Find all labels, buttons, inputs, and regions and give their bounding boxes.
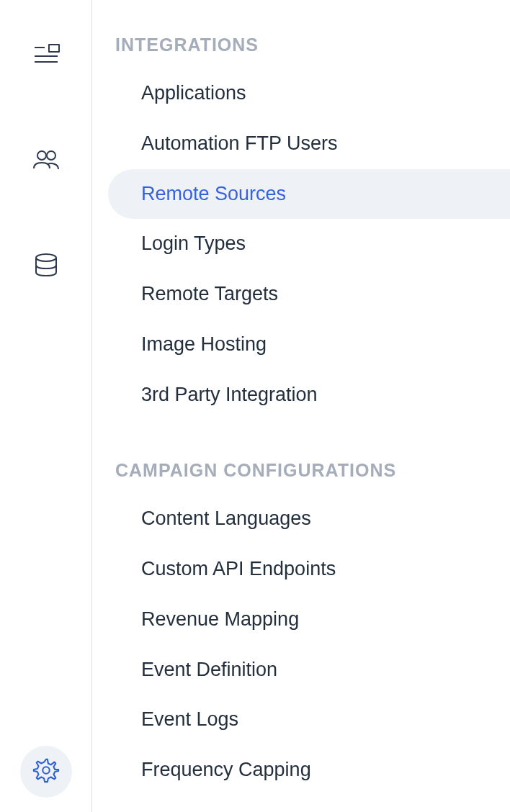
nav-item-image-hosting[interactable]: Image Hosting [108, 320, 510, 370]
nav-item-applications[interactable]: Applications [108, 68, 510, 119]
people-icon [32, 145, 61, 177]
nav-item-automation-ftp-users[interactable]: Automation FTP Users [108, 119, 510, 169]
nav-item-event-definition[interactable]: Event Definition [108, 645, 510, 695]
nav-item-remote-sources[interactable]: Remote Sources [108, 169, 510, 220]
svg-point-4 [37, 151, 46, 160]
rail-people-button[interactable] [30, 145, 63, 178]
list-icon [32, 40, 61, 72]
database-icon [32, 251, 61, 282]
nav-item-content-languages[interactable]: Content Languages [108, 494, 510, 544]
nav-item-frequency-capping[interactable]: Frequency Capping [108, 745, 510, 795]
section-header-integrations: INTEGRATIONS [92, 35, 510, 55]
gear-icon [32, 757, 60, 787]
svg-rect-0 [49, 45, 59, 52]
rail-database-button[interactable] [30, 250, 63, 283]
navigation-panel: INTEGRATIONS Applications Automation FTP… [92, 0, 510, 812]
svg-point-7 [42, 767, 50, 774]
rail-list-button[interactable] [30, 40, 63, 73]
nav-item-custom-api-endpoints[interactable]: Custom API Endpoints [108, 544, 510, 595]
nav-item-event-logs[interactable]: Event Logs [108, 695, 510, 745]
svg-point-5 [47, 151, 55, 160]
nav-item-3rd-party-integration[interactable]: 3rd Party Integration [108, 370, 510, 420]
icon-rail [0, 0, 92, 812]
nav-item-login-types[interactable]: Login Types [108, 219, 510, 269]
nav-item-remote-targets[interactable]: Remote Targets [108, 269, 510, 320]
section-header-campaign-configurations: CAMPAIGN CONFIGURATIONS [92, 460, 510, 481]
nav-item-revenue-mapping[interactable]: Revenue Mapping [108, 595, 510, 645]
svg-point-6 [36, 254, 56, 261]
rail-settings-button[interactable] [20, 746, 72, 798]
